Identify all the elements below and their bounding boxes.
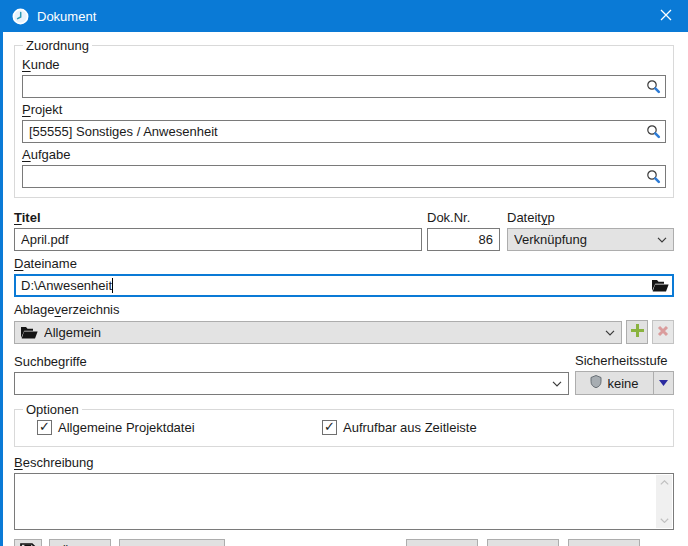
doknr-label: Dok.Nr. [427, 210, 500, 226]
projekt-value: [55555] Sonstiges / Anwesenheit [29, 124, 646, 139]
save-icon-button[interactable] [14, 539, 42, 546]
kunde-label: Kunde [22, 57, 666, 73]
dateiname-input[interactable]: D:\Anwesenheit [14, 274, 674, 297]
remove-directory-button[interactable] [652, 320, 674, 344]
close-button[interactable] [643, 0, 688, 32]
shield-icon [590, 375, 602, 391]
folder-browse-icon[interactable] [652, 279, 669, 293]
save-button[interactable]: Speichern [406, 539, 478, 546]
doknr-value: 86 [479, 232, 493, 247]
titel-input[interactable]: April.pdf [14, 228, 422, 251]
window-title: Dokument [37, 9, 96, 24]
projekt-label: Projekt [22, 102, 666, 118]
ablageverzeichnis-value: Allgemein [44, 325, 605, 340]
beschreibung-label: Beschreibung [14, 455, 674, 471]
cancel-button[interactable]: Abbruch [487, 539, 559, 546]
beschreibung-input[interactable] [14, 473, 674, 530]
text-caret [112, 278, 113, 293]
add-directory-button[interactable] [626, 320, 648, 344]
chevron-down-icon [657, 237, 667, 243]
sicherheitsstufe-value: keine [607, 376, 638, 391]
dateiname-block: Dateiname D:\Anwesenheit [14, 256, 674, 297]
ablageverzeichnis-block: Ablageverzeichnis Allgemein [14, 302, 674, 344]
dateiname-value: D:\Anwesenheit [21, 278, 652, 293]
dateiname-label: Dateiname [14, 256, 674, 272]
checkbox-icon[interactable] [37, 420, 52, 435]
search-icon[interactable] [646, 79, 661, 94]
checkbox-aufrufbar-aus-zeitleiste[interactable]: Aufrufbar aus Zeitleiste [322, 420, 477, 435]
close-icon [660, 9, 672, 24]
titel-value: April.pdf [21, 232, 417, 247]
checkbox-label: Allgemeine Projektdatei [58, 420, 195, 435]
footer-buttons: Öffnen Speichern & Neu Speichern Abbruch… [14, 539, 674, 546]
beschreibung-block: Beschreibung [14, 455, 674, 530]
dateityp-value: Verknüpfung [514, 232, 657, 247]
titel-label: Titel [14, 210, 422, 226]
open-button[interactable]: Öffnen [49, 539, 111, 546]
checkbox-allgemeine-projektdatei[interactable]: Allgemeine Projektdatei [37, 420, 322, 435]
projekt-input[interactable]: [55555] Sonstiges / Anwesenheit [22, 120, 666, 143]
vertical-scrollbar[interactable] [656, 475, 672, 528]
save-and-new-button[interactable]: Speichern & Neu [119, 539, 225, 546]
suchbegriffe-input[interactable] [14, 372, 569, 395]
aufgabe-label: Aufgabe [22, 147, 666, 163]
dialog-content: Zuordnung Kunde Projekt [55555] Sonstige… [3, 38, 688, 546]
aufgabe-input[interactable] [22, 165, 666, 188]
plus-icon [631, 324, 644, 340]
checkbox-label: Aufrufbar aus Zeitleiste [343, 420, 477, 435]
dokument-dialog: Dokument Zuordnung Kunde Projekt [55555]… [0, 0, 688, 546]
checkbox-icon[interactable] [322, 420, 337, 435]
delete-x-icon [657, 325, 669, 340]
doknr-input[interactable]: 86 [427, 228, 500, 251]
chevron-down-icon [605, 330, 615, 336]
chevron-down-icon [552, 381, 562, 387]
search-icon[interactable] [646, 124, 661, 139]
clock-app-icon[interactable] [12, 8, 29, 25]
zuordnung-group-label: Zuordnung [23, 38, 92, 53]
ablageverzeichnis-label: Ablageverzeichnis [14, 302, 674, 318]
kunde-input[interactable] [22, 75, 666, 98]
dateityp-dropdown[interactable]: Verknüpfung [507, 228, 674, 251]
optionen-group-label: Optionen [23, 402, 82, 417]
title-bar[interactable]: Dokument [3, 0, 688, 32]
suchbegriffe-row: Suchbegriffe Sicherheitsstufe keine [14, 349, 674, 395]
search-icon[interactable] [646, 169, 661, 184]
titel-row: Titel April.pdf Dok.Nr. 86 Dateityp Verk… [14, 206, 674, 251]
help-button[interactable]: Hilfe [568, 539, 640, 546]
scroll-down-icon[interactable] [656, 513, 672, 528]
sicherheitsstufe-main[interactable]: keine [576, 372, 653, 394]
folder-icon [21, 326, 38, 340]
suchbegriffe-label: Suchbegriffe [14, 354, 569, 370]
scroll-up-icon[interactable] [656, 475, 672, 490]
dateityp-label: Dateityp [507, 210, 674, 226]
sicherheitsstufe-dropdown-arrow[interactable] [653, 372, 673, 394]
floppy-disk-icon [20, 543, 36, 546]
ablageverzeichnis-dropdown[interactable]: Allgemein [14, 321, 622, 344]
sicherheitsstufe-button[interactable]: keine [575, 371, 674, 395]
zuordnung-group: Zuordnung Kunde Projekt [55555] Sonstige… [14, 38, 674, 198]
sicherheitsstufe-label: Sicherheitsstufe [575, 353, 674, 369]
optionen-group: Optionen Allgemeine Projektdatei Aufrufb… [14, 402, 674, 447]
